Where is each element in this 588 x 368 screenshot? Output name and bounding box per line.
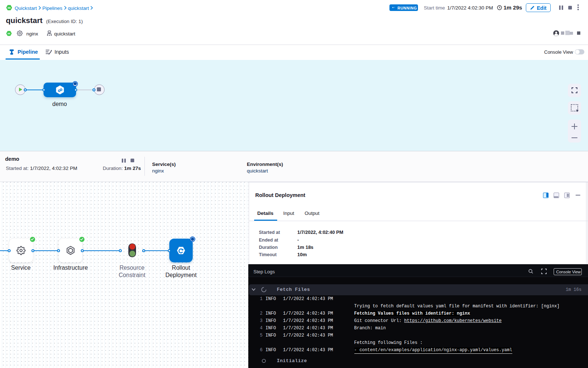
svg-text:∞: ∞ [56, 86, 64, 95]
svg-text:∞: ∞ [7, 31, 10, 35]
svg-text:∞: ∞ [8, 5, 11, 10]
